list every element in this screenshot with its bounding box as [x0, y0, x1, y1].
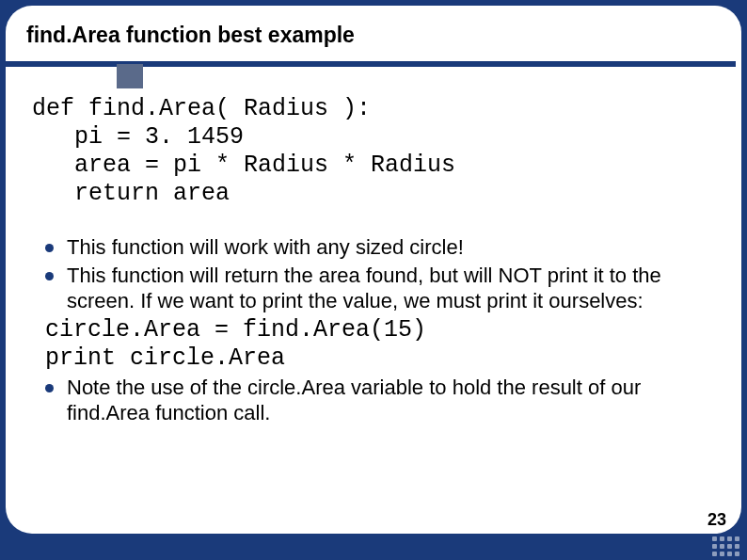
bullet-row: Note the use of the circle.Area variable…: [32, 375, 715, 426]
bullet-text: Note the use of the circle.Area variable…: [67, 375, 715, 426]
title-wrap: find.Area function best example: [6, 6, 741, 56]
bullet-row: This function will work with any sized c…: [32, 234, 715, 261]
slide-card: find.Area function best example def find…: [6, 6, 741, 534]
content-area: def find.Area( Radius ): pi = 3. 1459 ar…: [6, 67, 741, 426]
bullet-dot-icon: [45, 244, 54, 252]
corner-decoration: [712, 536, 739, 556]
bullet-dot-icon: [45, 384, 54, 392]
bullet-dot-icon: [45, 272, 54, 280]
code-block-2: circle.Area = find.Area(15) print circle…: [45, 316, 715, 373]
page-number: 23: [707, 510, 726, 530]
bullet-text: This function will return the area found…: [67, 263, 715, 314]
code-block-1: def find.Area( Radius ): pi = 3. 1459 ar…: [32, 95, 715, 208]
accent-block: [117, 64, 143, 88]
bullet-row: This function will return the area found…: [32, 263, 715, 314]
slide-title: find.Area function best example: [26, 23, 721, 48]
bullet-text: This function will work with any sized c…: [67, 234, 715, 261]
bullet-list: This function will work with any sized c…: [32, 234, 715, 426]
